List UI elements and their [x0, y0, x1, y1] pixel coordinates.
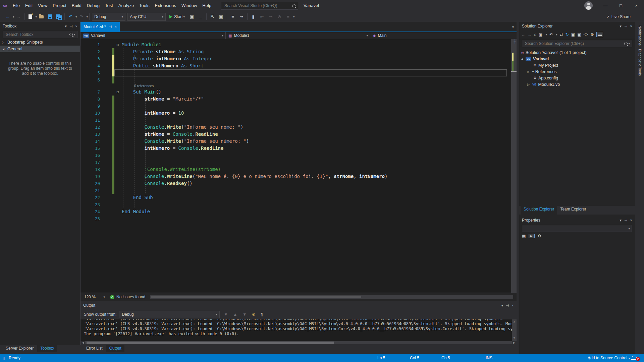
se-pin-icon[interactable]: ⊣ [624, 24, 628, 28]
menu-test[interactable]: Test [102, 0, 116, 11]
status-column[interactable]: Col 5 [410, 354, 419, 362]
find-in-files-icon[interactable]: ▣ [217, 13, 225, 21]
code-line[interactable]: 18 'Console.WriteLine(strNome) [80, 166, 511, 173]
panel-tab-solution-explorer[interactable]: Solution Explorer [521, 206, 557, 215]
clear-all-icon[interactable]: ⊗ [252, 312, 255, 317]
tab-notifications[interactable]: Notifications [637, 25, 642, 46]
live-share-button[interactable]: ↗ Live Share [606, 11, 631, 22]
show-all-files-icon[interactable]: ▣ [577, 32, 581, 37]
preview-window-icon[interactable]: ▣ [188, 13, 196, 21]
menu-edit[interactable]: Edit [22, 0, 35, 11]
document-list-caret-icon[interactable]: ▾ [512, 25, 514, 29]
scroll-left-icon[interactable]: ◀ [80, 341, 85, 344]
status-insert-mode[interactable]: INS [486, 354, 492, 362]
navigate-forward-icon[interactable]: → [15, 13, 23, 21]
open-file-icon[interactable] [37, 13, 45, 21]
solution-configuration-dropdown[interactable]: Debug▾ [92, 13, 125, 21]
line-number[interactable]: 14 [80, 138, 100, 145]
scroll-right-icon[interactable]: ▶ [512, 341, 517, 344]
tree-item-my-project[interactable]: ⚙My Project [519, 62, 635, 68]
breadcrumb-member[interactable]: ◆ Main [370, 32, 517, 39]
chevron-collapsed-icon[interactable]: ▷ [527, 83, 531, 86]
code-line[interactable]: 14 Console.Write("Informe seu número: ") [80, 138, 511, 145]
chevron-collapsed-icon[interactable]: ▷ [527, 70, 531, 73]
navigate-backward-icon[interactable]: ← [4, 13, 12, 21]
toolbar-options-icon[interactable]: ≡ [284, 13, 292, 21]
code-line[interactable]: 20 Console.ReadKey() [80, 180, 511, 187]
code-line[interactable]: 5 [80, 69, 511, 76]
code-line[interactable]: 15 intNumero = Console.ReadLine [80, 145, 511, 152]
toolbox-search-box[interactable]: ▾ [3, 31, 77, 38]
toolbox-pin-icon[interactable]: ⊣ [69, 24, 73, 28]
global-search-box[interactable] [221, 2, 298, 10]
se-search-caret[interactable]: ▾ [628, 42, 630, 45]
panel-tab-team-explorer[interactable]: Team Explorer [557, 206, 589, 215]
close-button[interactable]: × [629, 0, 644, 11]
breadcrumb-project[interactable]: VB Variavel ▾ [80, 32, 226, 39]
code-line[interactable]: 21 [80, 187, 511, 194]
scroll-down-icon[interactable]: ▼ [512, 337, 517, 340]
line-number[interactable]: 5 [80, 69, 100, 76]
code-line[interactable]: 23 [80, 201, 511, 208]
home-icon[interactable]: ⌂ [534, 32, 536, 37]
new-project-icon[interactable] [26, 13, 35, 21]
tab-server-explorer[interactable]: Server Explorer [3, 345, 37, 352]
solution-explorer-header[interactable]: Solution Explorer ▾ ⊣ × [519, 22, 635, 30]
code-line[interactable]: 12 Console.Write("Informe seu nome: ") [80, 124, 511, 131]
line-number[interactable]: 13 [80, 131, 100, 138]
line-number[interactable]: 6 [80, 76, 100, 83]
line-number[interactable]: 18 [80, 166, 100, 173]
solution-explorer-search-box[interactable]: ▾ [522, 40, 632, 47]
sync-with-active-document-icon[interactable]: ⇄ [560, 32, 563, 37]
code-line[interactable]: 8 strNome = "Marcio*/*" [80, 96, 511, 103]
output-close-icon[interactable]: × [512, 303, 514, 307]
editor-vertical-scrollbar[interactable] [511, 39, 517, 293]
maximize-button[interactable]: □ [613, 0, 629, 11]
output-menu-caret-icon[interactable]: ▾ [501, 303, 503, 308]
code-editor[interactable]: 1⊟Module Module12 Private strNome As Str… [80, 39, 517, 293]
code-line[interactable]: 25 [80, 215, 511, 222]
props-menu-caret-icon[interactable]: ▾ [620, 218, 622, 223]
line-number[interactable]: 12 [80, 124, 100, 131]
breadcrumb-type[interactable]: ▦ Module1 ▾ [226, 32, 370, 39]
code-line[interactable]: 2 Private strNome As String [80, 48, 511, 55]
props-close-icon[interactable]: × [630, 218, 632, 222]
line-number[interactable]: 17 [80, 159, 100, 166]
scroll-up-icon[interactable]: ▲ [512, 320, 517, 323]
chevron-expanded-icon[interactable]: ◢ [2, 47, 5, 51]
collapse-all-icon[interactable]: ▣ [571, 32, 575, 37]
tab-close-icon[interactable]: × [114, 25, 116, 29]
global-search-input[interactable] [224, 3, 292, 8]
menu-view[interactable]: View [35, 0, 50, 11]
tab-module1-vb[interactable]: Module1.vb* ⊣ × [80, 22, 120, 32]
output-pin-icon[interactable]: ⊣ [506, 303, 509, 308]
property-pages-icon[interactable]: ⚙ [538, 234, 541, 238]
code-line[interactable]: 16 [80, 152, 511, 159]
tab-toolbox[interactable]: Toolbox [37, 345, 57, 352]
save-all-icon[interactable] [55, 13, 63, 21]
line-number[interactable]: 4 [80, 62, 100, 69]
menu-analyze[interactable]: Analyze [116, 0, 137, 11]
codelens-references[interactable]: 0 references [80, 83, 511, 88]
toolbox-group-general[interactable]: ◢ General [0, 46, 80, 52]
properties-icon[interactable]: ⚙ [591, 32, 594, 37]
code-line[interactable]: 22 End Sub [80, 194, 511, 201]
code-line[interactable]: 1⊟Module Module1 [80, 41, 511, 48]
code-line[interactable]: 7⊟ Sub Main() [80, 88, 511, 96]
output-vertical-scrollbar[interactable]: ▲ ▼ [512, 319, 517, 341]
fold-marker-icon[interactable]: ⊟ [115, 88, 120, 96]
alphabetical-sort-icon[interactable]: A↓ [529, 234, 535, 238]
start-debug-button[interactable]: Start ▾ [169, 14, 185, 19]
show-next-statement-icon[interactable]: ⇱ [208, 13, 216, 21]
line-number[interactable]: 20 [80, 180, 100, 187]
solution-explorer-search-input[interactable] [524, 41, 624, 46]
chevron-collapsed-icon[interactable]: ▷ [2, 41, 5, 44]
status-line[interactable]: Ln 5 [377, 354, 385, 362]
tree-item-variavel[interactable]: ◢VBVariavel [519, 56, 635, 62]
line-number[interactable]: 9 [80, 103, 100, 110]
code-line[interactable]: 24End Module [80, 208, 511, 215]
tab-pin-icon[interactable]: ⊣ [109, 25, 112, 29]
menu-build[interactable]: Build [69, 0, 84, 11]
word-wrap-icon[interactable]: ¶ [261, 312, 263, 317]
properties-object-dropdown[interactable]: ▾ [522, 225, 632, 232]
